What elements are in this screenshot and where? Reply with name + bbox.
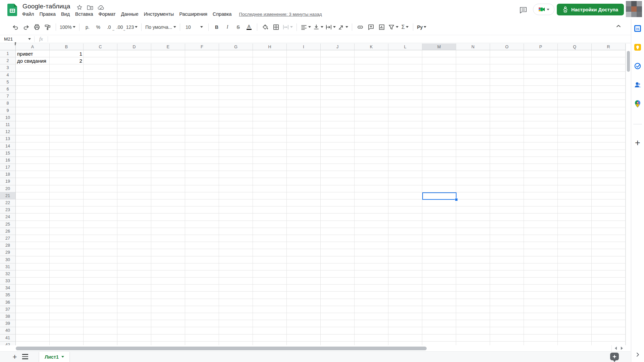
column-header-D[interactable]: D [117, 44, 151, 50]
menu-item-5[interactable]: Данные [118, 11, 141, 17]
row-header-2[interactable]: 2 [0, 57, 16, 64]
row-header-35[interactable]: 35 [0, 292, 16, 299]
column-header-H[interactable]: H [253, 44, 287, 50]
column-header-F[interactable]: F [185, 44, 219, 50]
print-button[interactable] [32, 22, 42, 32]
row-header-24[interactable]: 24 [0, 214, 16, 221]
row-header-22[interactable]: 22 [0, 199, 16, 206]
menu-item-7[interactable]: Расширения [176, 11, 210, 17]
show-side-panel-chevron[interactable] [635, 352, 640, 357]
open-comments-icon[interactable] [520, 7, 527, 14]
row-header-23[interactable]: 23 [0, 206, 16, 214]
column-header-R[interactable]: R [592, 44, 626, 50]
column-header-Q[interactable]: Q [558, 44, 592, 50]
cell-A1[interactable]: привет [16, 50, 50, 57]
cells-area[interactable]: привет1до свидания2 [16, 50, 626, 345]
row-header-40[interactable]: 40 [0, 327, 16, 334]
selected-cell-M21[interactable] [422, 192, 457, 200]
row-header-20[interactable]: 20 [0, 185, 16, 192]
all-sheets-menu-icon[interactable] [22, 354, 28, 359]
keep-icon[interactable] [634, 44, 641, 51]
sheet-tab-active[interactable]: Лист1 [39, 352, 69, 362]
row-header-33[interactable]: 33 [0, 278, 16, 285]
row-header-16[interactable]: 16 [0, 157, 16, 164]
column-header-N[interactable]: N [456, 44, 490, 50]
column-header-M[interactable]: M [422, 44, 456, 50]
italic-button[interactable]: I [222, 22, 233, 32]
row-header-34[interactable]: 34 [0, 285, 16, 292]
menu-item-6[interactable]: Инструменты [141, 11, 177, 17]
select-all-corner[interactable] [0, 44, 16, 50]
row-header-38[interactable]: 38 [0, 313, 16, 320]
cell-B2[interactable]: 2 [50, 57, 84, 64]
column-header-C[interactable]: C [84, 44, 117, 50]
row-header-17[interactable]: 17 [0, 164, 16, 171]
column-header-B[interactable]: B [50, 44, 84, 50]
horizontal-align-menu[interactable] [300, 22, 312, 32]
horizontal-scrollbar[interactable] [0, 345, 631, 351]
zoom-select[interactable]: 100% [59, 22, 76, 32]
text-color-button[interactable]: A [244, 22, 254, 32]
hide-menus-button[interactable] [616, 23, 621, 29]
row-header-12[interactable]: 12 [0, 128, 16, 135]
row-header-21[interactable]: 21 [0, 192, 16, 199]
meet-call-button[interactable] [533, 4, 554, 15]
last-edit-link[interactable]: Последнее изменение: 3 минуты назад [239, 12, 322, 17]
row-header-19[interactable]: 19 [0, 178, 16, 185]
row-header-3[interactable]: 3 [0, 64, 16, 71]
column-header-L[interactable]: L [388, 44, 422, 50]
redo-button[interactable] [21, 22, 32, 32]
fill-handle[interactable] [455, 198, 458, 201]
row-header-27[interactable]: 27 [0, 235, 16, 242]
insert-link-button[interactable] [355, 22, 366, 32]
font-size-select[interactable]: 10 [183, 22, 206, 32]
decrease-decimal-button[interactable]: .0← [104, 22, 114, 32]
functions-menu[interactable]: Σ [399, 22, 410, 32]
column-header-G[interactable]: G [219, 44, 253, 50]
row-header-14[interactable]: 14 [0, 142, 16, 149]
row-header-18[interactable]: 18 [0, 171, 16, 178]
strikethrough-button[interactable]: S [233, 22, 244, 32]
fill-color-button[interactable] [260, 22, 271, 32]
format-currency-button[interactable]: р. [82, 22, 93, 32]
menu-item-3[interactable]: Вставка [72, 11, 96, 17]
font-family-select[interactable]: По умолча... [144, 22, 177, 32]
add-sheet-button[interactable]: + [10, 352, 19, 362]
row-header-37[interactable]: 37 [0, 306, 16, 313]
vertical-scrollbar[interactable] [626, 44, 631, 351]
menu-item-8[interactable]: Справка [210, 11, 234, 17]
sheets-logo-icon[interactable] [7, 3, 18, 16]
get-addons-button[interactable]: + [635, 139, 640, 146]
sheet-tab-caret[interactable] [61, 356, 64, 358]
vertical-align-menu[interactable] [312, 22, 324, 32]
row-header-31[interactable]: 31 [0, 263, 16, 270]
column-header-O[interactable]: O [490, 44, 524, 50]
text-rotation-menu[interactable] [337, 22, 349, 32]
user-avatar[interactable] [626, 1, 642, 17]
row-header-9[interactable]: 9 [0, 107, 16, 114]
merge-cells-button[interactable] [281, 22, 294, 32]
tasks-icon[interactable] [634, 62, 641, 70]
row-header-26[interactable]: 26 [0, 228, 16, 235]
text-wrap-menu[interactable] [324, 22, 337, 32]
row-header-41[interactable]: 41 [0, 335, 16, 342]
name-box-caret[interactable] [28, 38, 31, 40]
row-header-25[interactable]: 25 [0, 221, 16, 228]
number-format-menu[interactable]: 123 [125, 22, 139, 32]
borders-button[interactable] [271, 22, 281, 32]
cell-B1[interactable]: 1 [50, 50, 84, 57]
increase-decimal-button[interactable]: .00→ [114, 22, 125, 32]
row-header-10[interactable]: 10 [0, 114, 16, 121]
menu-item-0[interactable]: Файл [19, 11, 37, 17]
document-title[interactable]: Google-таблица [22, 3, 70, 10]
document-status-cloud-icon[interactable] [98, 5, 104, 10]
menu-item-2[interactable]: Вид [58, 11, 72, 17]
paint-format-button[interactable] [42, 22, 53, 32]
vertical-scrollbar-thumb[interactable] [627, 51, 630, 72]
row-header-36[interactable]: 36 [0, 299, 16, 306]
create-filter-menu[interactable] [387, 22, 399, 32]
row-header-5[interactable]: 5 [0, 79, 16, 86]
column-header-J[interactable]: J [321, 44, 355, 50]
calendar-icon[interactable]: 31 [634, 25, 641, 32]
menu-item-1[interactable]: Правка [37, 11, 58, 17]
